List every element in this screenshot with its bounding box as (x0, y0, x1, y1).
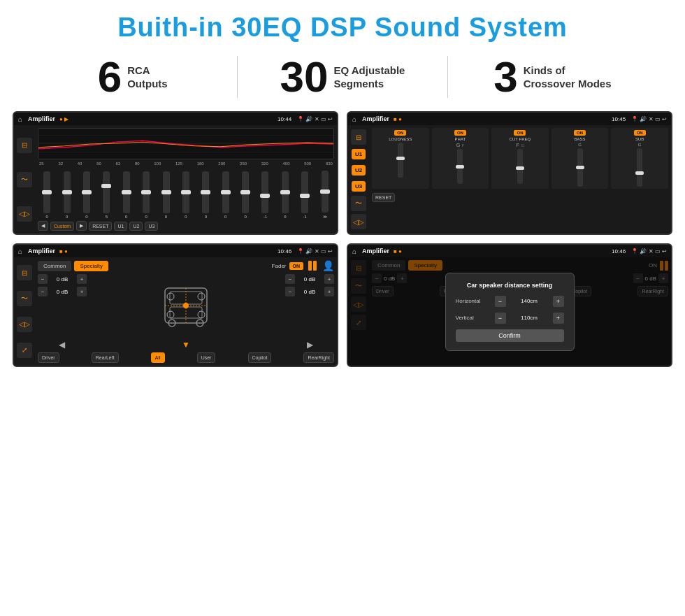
eq-wave-icon[interactable]: 〜 (17, 172, 32, 187)
svg-point-14 (167, 311, 174, 318)
svg-point-13 (198, 293, 205, 300)
sub-on-btn[interactable]: ON (634, 130, 646, 136)
stat-label-eq: EQ Adjustable Segments (333, 64, 405, 91)
fader-driver-btn[interactable]: Driver (38, 352, 59, 363)
eq-u3-btn[interactable]: U3 (145, 222, 158, 231)
eq-graph (38, 128, 334, 159)
dialog-vertical-minus[interactable]: − (495, 313, 506, 324)
loudness-on-btn[interactable]: ON (394, 130, 406, 136)
fader-status-bar: ⌂ Amplifier ■ ● 10:46 📍 🔊 ✕ ▭ ↩ (14, 245, 337, 257)
fader-label: Fader (272, 263, 287, 269)
eq-freq-labels: 2532 4050 6380 100125 160200 250320 4005… (38, 162, 334, 166)
fader-tab-common[interactable]: Common (38, 261, 71, 271)
mixer-volume-icon[interactable]: ◁▷ (351, 214, 366, 229)
mixer-u3-btn[interactable]: U3 (352, 181, 366, 192)
stat-number-eq: 30 (280, 55, 329, 99)
stat-divider-1 (237, 56, 238, 98)
phat-on-btn[interactable]: ON (454, 130, 466, 136)
eq-home-icon[interactable]: ⌂ (18, 115, 22, 123)
sub-label: SUB (635, 137, 644, 141)
fader-body: − 0 dB + − 0 dB + (38, 274, 334, 337)
eq-slider-11: -1 (261, 171, 268, 219)
fader-on-btn[interactable]: ON (289, 262, 304, 270)
fader-expand-icon[interactable]: ⤢ (17, 343, 32, 358)
mixer-wave-icon[interactable]: 〜 (351, 196, 366, 211)
fader-rearleft-btn[interactable]: RearLeft (92, 352, 119, 363)
db-minus-1[interactable]: − (38, 287, 48, 296)
loudness-slider[interactable] (398, 143, 403, 178)
phat-label: PHAT (455, 137, 466, 141)
svg-point-11 (183, 303, 189, 308)
bass-on-btn[interactable]: ON (574, 130, 586, 136)
fader-sliders-icon[interactable]: ⊟ (17, 265, 32, 280)
phat-slider[interactable] (457, 149, 463, 184)
db-val-3: 0 dB (297, 289, 322, 295)
db-plus-2[interactable]: + (324, 274, 334, 284)
nav-left-arrow[interactable]: ◀ (59, 340, 65, 350)
fader-copilot-btn[interactable]: Copilot (248, 352, 272, 363)
eq-bottom-bar: ◀ Custom ▶ RESET U1 U2 U3 (38, 221, 334, 231)
db-val-2: 0 dB (297, 276, 322, 282)
fader-user-btn[interactable]: User (197, 352, 216, 363)
eq-status-icons: 📍 🔊 ✕ ▭ ↩ (297, 116, 333, 122)
fader-wave-icon[interactable]: 〜 (17, 291, 32, 306)
distance-dialog: Car speaker distance setting Horizontal … (445, 273, 575, 351)
db-plus-0[interactable]: + (77, 274, 87, 284)
eq-u2-btn[interactable]: U2 (129, 222, 143, 231)
mixer-u1-btn[interactable]: U1 (352, 149, 366, 159)
db-minus-2[interactable]: − (285, 274, 295, 284)
stat-label-rca: RCA Outputs (127, 64, 168, 91)
db-minus-0[interactable]: − (38, 274, 48, 284)
db-minus-3[interactable]: − (285, 287, 295, 296)
stat-eq: 30 EQ Adjustable Segments (252, 55, 433, 99)
stat-rca: 6 RCA Outputs (42, 55, 223, 99)
dialog-horizontal-minus[interactable]: − (495, 296, 506, 307)
eq-slider-14: ≫ (322, 171, 329, 219)
distance-status-bar: ⌂ Amplifier ■ ● 10:46 📍 🔊 ✕ ▭ ↩ (348, 245, 671, 257)
eq-slider-7: 0 (182, 171, 189, 219)
cutfreq-slider[interactable] (517, 149, 523, 184)
mixer-status-bar: ⌂ Amplifier ■ ● 10:45 📍 🔊 ✕ ▭ ↩ (348, 113, 671, 125)
eq-play-btn[interactable]: ▶ (76, 221, 87, 231)
dialog-horizontal-plus[interactable]: + (553, 296, 564, 307)
mixer-bottom: RESET (372, 193, 668, 202)
stat-divider-2 (447, 56, 448, 98)
nav-down-arrow[interactable]: ▼ (182, 340, 190, 350)
bass-slider[interactable] (577, 148, 583, 187)
mixer-u2-btn[interactable]: U2 (352, 165, 366, 176)
fader-tab-specialty[interactable]: Specialty (74, 261, 108, 271)
eq-slider-12: 0 (282, 171, 289, 219)
fader-volume-icon[interactable]: ◁▷ (17, 317, 32, 332)
mixer-reset-btn[interactable]: RESET (372, 193, 395, 202)
dialog-vertical-plus[interactable]: + (553, 313, 564, 324)
eq-volume-icon[interactable]: ◁▷ (17, 206, 32, 222)
nav-right-arrow[interactable]: ▶ (307, 340, 313, 350)
mixer-dots: ■ ● (394, 116, 402, 122)
eq-sidebar: ⊟ 〜 ◁▷ (14, 125, 35, 234)
eq-reset-btn[interactable]: RESET (89, 222, 112, 231)
fader-home-icon[interactable]: ⌂ (18, 248, 22, 255)
fader-rearright-btn[interactable]: RearRight (303, 352, 334, 363)
mixer-home-icon[interactable]: ⌂ (352, 115, 356, 123)
mixer-sidebar: ⊟ U1 U2 U3 〜 ◁▷ (348, 125, 369, 234)
fader-right-controls: − 0 dB + − 0 dB + (285, 274, 334, 337)
eq-u1-btn[interactable]: U1 (114, 222, 127, 231)
eq-sliders-icon[interactable]: ⊟ (17, 138, 32, 153)
cutfreq-on-btn[interactable]: ON (514, 130, 526, 136)
sub-slider[interactable] (637, 148, 642, 187)
eq-prev-btn[interactable]: ◀ (38, 221, 48, 231)
db-val-1: 0 dB (50, 289, 75, 295)
distance-home-icon[interactable]: ⌂ (352, 248, 356, 255)
car-svg (154, 274, 217, 337)
eq-screen: ⌂ Amplifier ● ▶ 10:44 📍 🔊 ✕ ▭ ↩ ⊟ 〜 ◁▷ (13, 111, 338, 235)
eq-slider-9: 0 (222, 171, 229, 219)
distance-content: ⊟ 〜 ◁▷ ⤢ Common Specialty ON (348, 257, 671, 366)
fader-all-btn[interactable]: All (151, 352, 165, 363)
distance-screen-title: Amplifier (362, 248, 389, 255)
eq-slider-0: 0 (43, 171, 50, 219)
mixer-screen-title: Amplifier (362, 115, 389, 122)
db-plus-1[interactable]: + (77, 287, 87, 296)
db-plus-3[interactable]: + (324, 287, 334, 296)
confirm-button[interactable]: Confirm (456, 329, 564, 342)
mixer-sliders-icon[interactable]: ⊟ (351, 129, 366, 145)
